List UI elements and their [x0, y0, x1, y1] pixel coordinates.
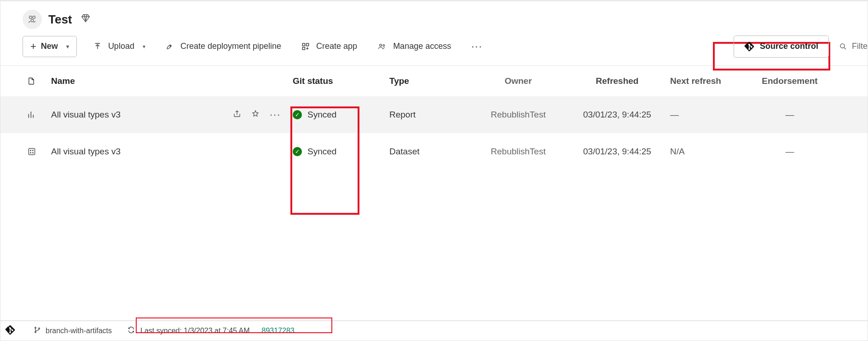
- item-type: Report: [376, 110, 468, 120]
- upload-icon: [93, 42, 102, 51]
- item-refreshed: 03/01/23, 9:44:25: [564, 110, 670, 120]
- svg-rect-10: [29, 148, 35, 154]
- svg-point-11: [30, 150, 31, 151]
- source-control-button[interactable]: Source control: [734, 35, 829, 58]
- svg-point-0: [29, 16, 32, 19]
- item-type: Dataset: [376, 147, 468, 157]
- file-icon: [27, 76, 35, 86]
- ellipsis-icon: ···: [471, 41, 482, 53]
- svg-point-2: [31, 19, 34, 22]
- col-icon: [27, 76, 51, 86]
- svg-rect-6: [302, 47, 305, 49]
- col-name[interactable]: Name: [51, 76, 233, 86]
- col-owner[interactable]: Owner: [468, 76, 564, 86]
- source-control-label: Source control: [760, 41, 818, 51]
- git-status: Synced: [307, 110, 336, 120]
- item-type-icon: [27, 147, 51, 156]
- workspace-icon: [23, 10, 42, 29]
- manage-access-button[interactable]: Manage access: [377, 41, 451, 51]
- filter-placeholder: Filte: [852, 41, 868, 51]
- workspace-header: Test: [0, 1, 868, 35]
- pipeline-label: Create deployment pipeline: [180, 41, 281, 51]
- col-git[interactable]: Git status: [293, 76, 376, 86]
- status-bar: branch-with-artifacts Last synced: 1/3/2…: [0, 320, 868, 341]
- svg-point-9: [840, 44, 845, 48]
- svg-point-15: [35, 327, 36, 329]
- item-name[interactable]: All visual types v3: [51, 110, 233, 120]
- item-grid: Name Git status Type Owner Refreshed Nex…: [0, 66, 868, 170]
- svg-point-14: [33, 153, 34, 153]
- synced-icon: ✓: [293, 147, 302, 156]
- svg-rect-4: [302, 43, 305, 46]
- plus-icon: +: [30, 41, 36, 53]
- manage-access-label: Manage access: [393, 41, 451, 51]
- table-row[interactable]: All visual types v3 ✓ Synced Dataset Reb…: [0, 133, 868, 170]
- new-label: New: [41, 41, 58, 51]
- git-icon: [5, 325, 15, 337]
- svg-point-12: [33, 150, 34, 151]
- col-endorsement[interactable]: Endorsement: [758, 76, 822, 86]
- table-row[interactable]: All visual types v3 ··· ✓ Synced Report …: [0, 96, 868, 133]
- svg-rect-5: [307, 43, 309, 46]
- synced-icon: ✓: [293, 110, 302, 119]
- rocket-icon: [166, 42, 174, 51]
- col-next[interactable]: Next refresh: [670, 76, 758, 86]
- premium-icon: [81, 13, 91, 25]
- git-status: Synced: [307, 147, 336, 157]
- svg-point-3: [170, 45, 171, 46]
- col-type[interactable]: Type: [376, 76, 468, 86]
- share-icon[interactable]: [233, 110, 241, 120]
- chevron-down-icon: ▾: [143, 43, 145, 50]
- item-name[interactable]: All visual types v3: [51, 147, 233, 157]
- item-type-icon: [27, 110, 51, 119]
- row-more-icon[interactable]: ···: [270, 109, 281, 121]
- create-app-label: Create app: [316, 41, 357, 51]
- filter-input[interactable]: Filte: [839, 41, 868, 51]
- create-pipeline-button[interactable]: Create deployment pipeline: [166, 41, 281, 51]
- svg-point-1: [33, 16, 35, 19]
- sync-icon[interactable]: [127, 326, 135, 335]
- item-endorsement: —: [758, 147, 822, 157]
- app-icon: [301, 42, 310, 51]
- item-owner: RebublishTest: [468, 147, 564, 157]
- branch-icon: [34, 326, 41, 335]
- favorite-icon[interactable]: [251, 110, 260, 120]
- grid-header: Name Git status Type Owner Refreshed Nex…: [0, 66, 868, 96]
- item-owner: RebublishTest: [468, 110, 564, 120]
- svg-point-13: [30, 153, 31, 153]
- item-next: N/A: [670, 147, 758, 157]
- workspace-title: Test: [48, 12, 72, 27]
- item-next: —: [670, 110, 758, 120]
- col-refreshed[interactable]: Refreshed: [564, 76, 670, 86]
- search-icon: [839, 42, 847, 51]
- svg-point-8: [383, 44, 385, 46]
- item-refreshed: 03/01/23, 9:44:25: [564, 147, 670, 157]
- toolbar: + New ▾ Upload ▾ Create deployment pipel…: [0, 35, 868, 66]
- create-app-button[interactable]: Create app: [301, 41, 357, 51]
- dataset-icon: [27, 147, 36, 156]
- upload-button[interactable]: Upload ▾: [93, 41, 145, 51]
- last-synced: Last synced: 1/3/2023 at 7:45 AM: [140, 327, 250, 335]
- svg-point-16: [35, 331, 36, 333]
- item-endorsement: —: [758, 110, 822, 120]
- new-button[interactable]: + New ▾: [23, 36, 77, 57]
- upload-label: Upload: [108, 41, 134, 51]
- report-icon: [27, 110, 36, 119]
- svg-point-17: [39, 328, 40, 329]
- more-button[interactable]: ···: [471, 41, 482, 53]
- people-icon: [377, 42, 387, 51]
- chevron-down-icon: ▾: [66, 43, 69, 50]
- branch-name[interactable]: branch-with-artifacts: [46, 327, 112, 335]
- commit-id[interactable]: 89317283: [262, 327, 295, 335]
- svg-point-7: [380, 44, 382, 46]
- git-icon: [744, 41, 754, 52]
